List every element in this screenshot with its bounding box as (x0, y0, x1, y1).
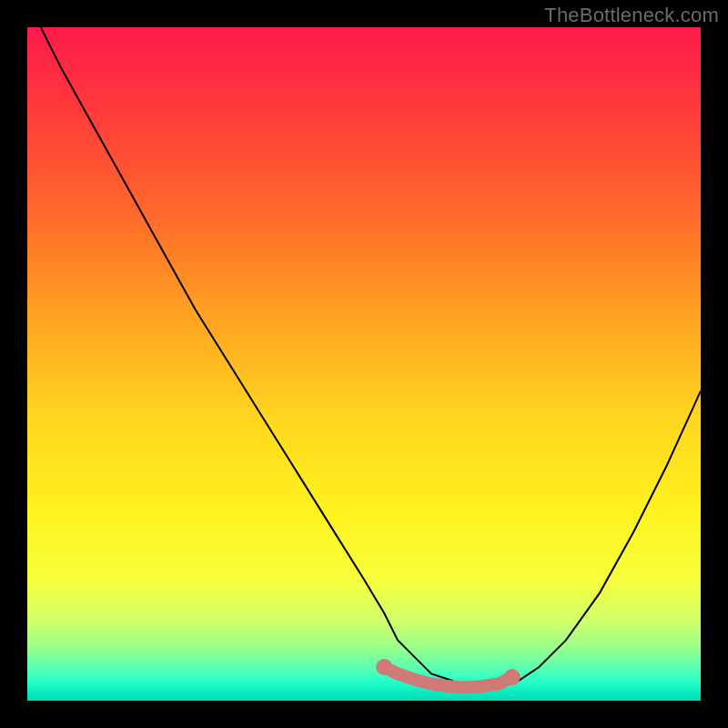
optimal-band-endpoint (504, 669, 521, 685)
optimal-band (376, 659, 521, 687)
chart-plot-area (27, 27, 701, 701)
bottleneck-curve (41, 27, 701, 687)
watermark-text: TheBottleneck.com (544, 4, 719, 27)
optimal-band-path (384, 667, 512, 687)
optimal-band-endpoint (376, 659, 392, 675)
chart-svg (27, 27, 701, 701)
bottleneck-curve-path (41, 27, 701, 687)
chart-frame: TheBottleneck.com (0, 0, 728, 728)
